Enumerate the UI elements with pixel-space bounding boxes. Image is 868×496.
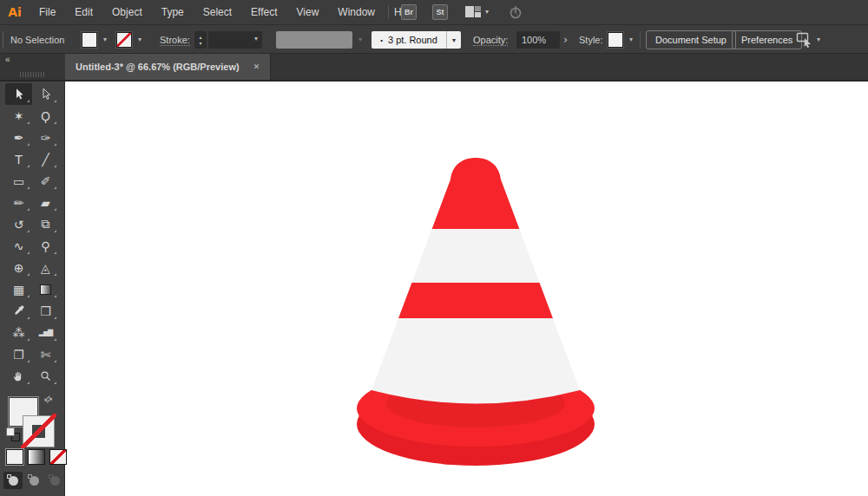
- line-segment-tool[interactable]: ╱: [32, 148, 59, 170]
- document-tab-bar: « Untitled-3* @ 66.67% (RGB/Preview) ✕: [0, 54, 868, 82]
- menu-view[interactable]: View: [287, 0, 329, 24]
- menu-window[interactable]: Window: [328, 0, 385, 24]
- menu-edit[interactable]: Edit: [65, 0, 102, 24]
- mesh-tool[interactable]: ▦: [5, 278, 32, 300]
- draw-normal-button[interactable]: [3, 472, 23, 489]
- stock-button[interactable]: St: [432, 4, 448, 20]
- opacity-label[interactable]: Opacity:: [473, 35, 508, 46]
- stepper-up-icon[interactable]: ▴: [199, 34, 201, 40]
- puppet-warp-tool[interactable]: ⚲: [32, 235, 59, 257]
- stroke-swatch[interactable]: [23, 415, 55, 447]
- document-setup-button[interactable]: Document Setup: [646, 30, 736, 49]
- draw-mode-row: [3, 472, 64, 489]
- illustrator-logo: Ai: [0, 5, 30, 19]
- stroke-weight-dropdown[interactable]: ▾: [208, 31, 262, 49]
- panel-collapse-button[interactable]: «: [5, 55, 10, 64]
- width-tool[interactable]: ∿: [5, 235, 32, 257]
- style-chevron-icon[interactable]: ▾: [625, 32, 637, 48]
- lasso-tool[interactable]: Ϙ: [32, 105, 59, 127]
- tool-panel: ✶Ϙ✒✑T╱▭✐✏▰↺⧉∿⚲⊕◬▦❒⁂▂▅▇❐✄ ⇆: [0, 82, 65, 496]
- menu-type[interactable]: Type: [152, 0, 194, 24]
- selection-status: No Selection: [10, 25, 64, 55]
- menu-file[interactable]: File: [30, 0, 65, 24]
- menu-effect[interactable]: Effect: [241, 0, 286, 24]
- gradient-button[interactable]: [28, 449, 45, 465]
- rotate-tool[interactable]: ↺: [5, 213, 32, 235]
- cc-sync-icon[interactable]: [508, 4, 523, 23]
- stroke-weight-label[interactable]: Stroke:: [160, 35, 190, 46]
- profile-value: 3 pt. Round: [388, 35, 437, 45]
- none-button[interactable]: [49, 449, 67, 465]
- brush-chevron-icon: ▾: [354, 32, 366, 48]
- artboard-tool[interactable]: ❐: [5, 343, 32, 365]
- menu-object[interactable]: Object: [102, 0, 152, 24]
- tool-panel-grip[interactable]: [20, 72, 44, 77]
- column-graph-tool[interactable]: ▂▅▇: [32, 322, 59, 343]
- menu-select[interactable]: Select: [194, 0, 241, 24]
- blend-tool[interactable]: ❒: [32, 300, 59, 322]
- scale-tool[interactable]: ⧉: [32, 213, 59, 235]
- style-label: Style:: [579, 25, 603, 55]
- default-fill-stroke-icon[interactable]: [6, 427, 22, 443]
- touch-workspace-chevron-icon[interactable]: ▾: [817, 25, 820, 55]
- stepper-down-icon[interactable]: ▾: [199, 40, 201, 46]
- variable-width-profile-dropdown[interactable]: • 3 pt. Round: [372, 31, 446, 49]
- magic-wand-tool[interactable]: ✶: [5, 105, 32, 127]
- zoom-tool[interactable]: [32, 365, 59, 387]
- fill-chevron-icon[interactable]: ▾: [99, 32, 111, 48]
- control-bar: No Selection ▾ ▾ Stroke: ▴ ▾ ▾ ▾ • 3 pt.…: [0, 24, 868, 54]
- curvature-tool[interactable]: ✑: [32, 127, 59, 148]
- stroke-color-swatch[interactable]: [116, 32, 132, 48]
- selection-tool[interactable]: [5, 83, 32, 105]
- stroke-chevron-icon[interactable]: ▾: [134, 32, 146, 48]
- perspective-grid-tool[interactable]: ◬: [32, 257, 59, 278]
- eyedropper-tool[interactable]: [5, 300, 32, 322]
- shape-builder-tool[interactable]: ⊕: [5, 257, 32, 278]
- artboard-canvas[interactable]: [65, 82, 868, 496]
- control-bar-separator: [640, 31, 641, 49]
- swap-fill-stroke-icon[interactable]: ⇆: [42, 393, 56, 407]
- cone-stripe-top: [352, 151, 603, 229]
- menu-bar: Ai File Edit Object Type Select Effect V…: [0, 0, 868, 24]
- preferences-button[interactable]: Preferences: [732, 30, 802, 49]
- draw-behind-button[interactable]: [24, 472, 43, 489]
- paintbrush-tool[interactable]: ✐: [32, 170, 59, 192]
- control-bar-grip[interactable]: [3, 31, 3, 49]
- workspace-chevron-icon[interactable]: ▾: [485, 0, 489, 24]
- touch-workspace-icon[interactable]: [796, 32, 813, 51]
- type-tool[interactable]: T: [5, 148, 32, 170]
- none-slash-icon: [21, 414, 56, 449]
- stroke-weight-chevron-icon[interactable]: ▾: [250, 31, 262, 47]
- menu-separator: [388, 5, 389, 19]
- document-tab[interactable]: Untitled-3* @ 66.67% (RGB/Preview) ✕: [65, 54, 271, 80]
- traffic-cone-artwork: [65, 82, 868, 496]
- pen-tool[interactable]: ✒: [5, 127, 32, 148]
- opacity-field[interactable]: 100%: [516, 31, 560, 49]
- fill-color-swatch[interactable]: [82, 32, 97, 48]
- opacity-submenu-icon[interactable]: ›: [563, 25, 568, 55]
- cone-stripe-middle: [343, 283, 612, 318]
- symbol-sprayer-tool[interactable]: ⁂: [5, 322, 32, 343]
- tab-close-icon[interactable]: ✕: [253, 62, 260, 71]
- workspace-layout-icon[interactable]: [465, 6, 482, 18]
- draw-inside-button: [45, 472, 64, 489]
- shaper-tool[interactable]: ✏: [5, 192, 32, 213]
- brush-definition-dropdown: [276, 31, 352, 49]
- direct-selection-tool[interactable]: [32, 83, 59, 105]
- color-mode-row: [6, 449, 67, 465]
- profile-dot-icon: •: [380, 36, 383, 44]
- document-tab-title: Untitled-3* @ 66.67% (RGB/Preview): [76, 62, 240, 72]
- stroke-weight-stepper[interactable]: ▴ ▾: [194, 31, 207, 49]
- bridge-button[interactable]: Br: [401, 4, 417, 20]
- hand-tool[interactable]: [5, 365, 32, 387]
- style-swatch[interactable]: [608, 32, 623, 48]
- eraser-tool[interactable]: ▰: [32, 192, 59, 213]
- color-button[interactable]: [6, 449, 23, 465]
- slice-tool[interactable]: ✄: [32, 343, 59, 365]
- gradient-tool[interactable]: [32, 278, 59, 300]
- profile-chevron-icon[interactable]: ▾: [446, 31, 461, 49]
- rectangle-tool[interactable]: ▭: [5, 170, 32, 192]
- tool-grid: ✶Ϙ✒✑T╱▭✐✏▰↺⧉∿⚲⊕◬▦❒⁂▂▅▇❐✄: [5, 83, 60, 387]
